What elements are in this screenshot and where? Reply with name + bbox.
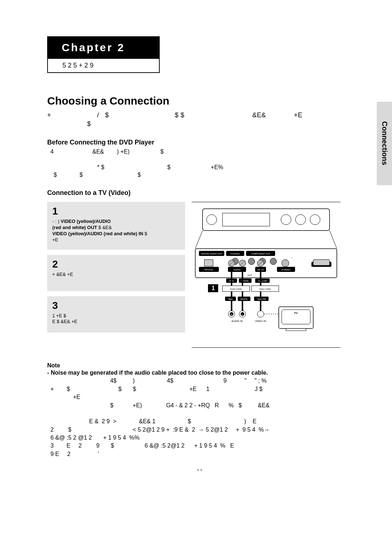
svg-rect-79	[286, 329, 306, 331]
connection-heading: Connection to a TV (Video)	[47, 189, 352, 197]
step-text: 1 +E $ E $ &E& +E	[52, 313, 180, 325]
svg-text:S-VIDEO: S-VIDEO	[282, 269, 291, 271]
chapter-banner: Chapter 2	[47, 36, 160, 59]
step-2: 2 + &E& +E	[47, 255, 185, 291]
step-number: 1	[52, 205, 180, 217]
section-tab-connections: Connections	[377, 102, 392, 185]
svg-text:OPTICAL: OPTICAL	[204, 269, 213, 271]
svg-text:OUT: OUT	[248, 274, 252, 276]
svg-text:1: 1	[212, 285, 215, 291]
svg-text:Audio Cable: Audio Cable	[230, 288, 242, 290]
svg-point-5	[310, 215, 320, 225]
svg-text:AUDIO IN: AUDIO IN	[231, 320, 242, 322]
svg-text:Video Cable: Video Cable	[259, 288, 271, 290]
before-body: 4 &E& ) +E) $ * $ $ +E% $ $	[47, 148, 352, 179]
step-number: 2	[52, 258, 180, 270]
svg-marker-53	[218, 286, 221, 291]
svg-point-4	[295, 215, 306, 225]
svg-line-6	[195, 231, 203, 249]
svg-point-18	[248, 258, 255, 265]
svg-text:YELLOW: YELLOW	[258, 280, 267, 282]
svg-point-69	[257, 311, 264, 317]
step-text: - : ) VIDEO (yellow)/AUDIO (red and whit…	[52, 219, 180, 243]
step-1: 1 - : ) VIDEO (yellow)/AUDIO (red and wh…	[47, 202, 185, 250]
svg-text:WHITE: WHITE	[240, 298, 247, 300]
svg-point-20	[270, 258, 277, 265]
svg-rect-2	[222, 213, 270, 226]
note-body: 4$ ) 4$ 9 " " ; % + $ $ $ +E 1	[47, 377, 352, 458]
steps-column: 1 - : ) VIDEO (yellow)/AUDIO (red and wh…	[47, 202, 185, 348]
connection-diagram: DIGITAL AUDIO OUT COAXIAL COMPONENT OUT …	[192, 202, 340, 348]
svg-text:COMPONENT OUT: COMPONENT OUT	[251, 253, 270, 255]
svg-text:DIGITAL AUDIO OUT: DIGITAL AUDIO OUT	[201, 253, 222, 255]
before-heading: Before Connecting the DVD Player	[47, 139, 352, 146]
svg-text:AUDIO: AUDIO	[233, 269, 240, 271]
svg-text:COAXIAL: COAXIAL	[230, 253, 240, 255]
step-text: + &E& +E	[52, 272, 180, 278]
note-heading: Note	[47, 362, 352, 369]
step-3: 3 1 +E $ E $ &E& +E	[47, 296, 185, 333]
note-strong-line: - Noise may be generated if the audio ca…	[47, 369, 352, 377]
chapter-label: Chapter 2	[62, 41, 145, 54]
diagram-svg: DIGITAL AUDIO OUT COAXIAL COMPONENT OUT …	[192, 205, 340, 343]
svg-rect-31	[204, 260, 213, 266]
svg-text:RED: RED	[228, 298, 233, 300]
page-title: Choosing a Connection	[47, 95, 352, 107]
svg-text:YELLOW: YELLOW	[257, 298, 266, 300]
step-number: 3	[52, 300, 180, 311]
chapter-subtitle: 5 2 5 + 2 9	[47, 59, 160, 73]
svg-point-3	[281, 215, 291, 225]
svg-text:TV: TV	[294, 311, 298, 315]
diagram-step-badge: 1	[208, 284, 221, 292]
svg-point-1	[207, 215, 217, 225]
svg-text:,: ,	[291, 254, 293, 258]
page-number: " "	[47, 468, 352, 474]
svg-text:VIDEO IN: VIDEO IN	[255, 320, 266, 322]
svg-text:R: R	[231, 313, 233, 315]
lead-text: + / $ $ $ &E& +E $	[47, 111, 352, 129]
svg-line-7	[330, 231, 337, 249]
svg-rect-41	[313, 260, 330, 265]
svg-point-40	[282, 260, 289, 267]
